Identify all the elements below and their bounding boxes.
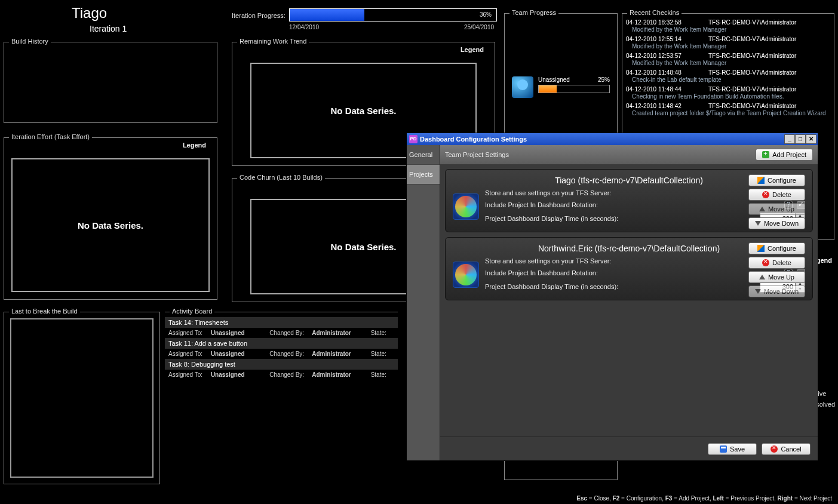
panel-activity-board: Activity Board Task 14: TimesheetsAssign… <box>165 312 398 484</box>
panel-title: Activity Board <box>170 308 214 315</box>
maximize-button[interactable]: □ <box>795 134 806 144</box>
arrow-up-icon <box>759 207 765 211</box>
activity-item-detail: Assigned To:UnassignedChanged By:Adminis… <box>165 370 398 380</box>
delete-button[interactable]: Delete <box>748 257 805 269</box>
checkin-message: Modified by the Work Item Manager <box>626 42 831 52</box>
button-label: Add Project <box>772 151 806 158</box>
setting-label: Store and use settings on your TFS Serve… <box>485 257 779 265</box>
checkin-message: Checking in new Team Foundation Build Au… <box>626 93 831 102</box>
minimize-button[interactable]: _ <box>784 134 795 144</box>
activity-item-title[interactable]: Task 8: Debugging test <box>165 359 398 370</box>
panel-title: Team Progress <box>509 9 558 16</box>
checkin-row[interactable]: 04-12-2010 18:32:58TFS-RC-DEMO-V7\Admini… <box>626 19 831 26</box>
iteration-name: Iteration 1 <box>90 24 127 33</box>
panel-iteration-effort: Iteration Effort (Task Effort) Legend No… <box>4 137 217 300</box>
footer-hints: Esc = Close, F2 = Configuration, F3 = Ad… <box>576 495 832 502</box>
dialog-tabs: General Projects <box>407 145 440 460</box>
arrow-up-icon <box>759 275 765 279</box>
pencil-icon <box>757 177 765 184</box>
iteration-start-date: 12/04/2010 <box>289 24 319 30</box>
project-icon <box>453 262 479 288</box>
checkin-message: Check-in the Lab default template <box>626 76 831 85</box>
project-card: Northwind.Eric (tfs-rc-demo-v7\DefaultCo… <box>445 237 813 300</box>
setting-label: Include Project In Dashboard Rotation: <box>485 201 779 208</box>
panel-title: Recent Checkins <box>627 9 682 16</box>
activity-item-title[interactable]: Task 11: Add a save button <box>165 338 398 349</box>
tab-projects[interactable]: Projects <box>407 165 440 185</box>
subheader-title: Team Project Settings <box>445 151 509 158</box>
app-icon: PD <box>409 135 418 143</box>
plus-icon <box>762 151 769 158</box>
activity-item-detail: Assigned To:UnassignedChanged By:Adminis… <box>165 349 398 359</box>
checkin-row[interactable]: 04-12-2010 12:55:14TFS-RC-DEMO-V7\Admini… <box>626 35 831 42</box>
panel-title: Build History <box>9 38 51 45</box>
team-member-row: Unassigned 25% <box>512 76 610 98</box>
team-progress-bar <box>538 85 610 93</box>
configure-button[interactable]: Configure <box>748 242 805 254</box>
panel-build-history: Build History <box>4 42 217 123</box>
last-break-box <box>10 318 154 478</box>
activity-item-title[interactable]: Task 14: Timesheets <box>165 317 398 328</box>
checkin-message: Modified by the Work Item Manager <box>626 26 831 35</box>
checkin-row[interactable]: 04-12-2010 12:53:57TFS-RC-DEMO-V7\Admini… <box>626 52 831 59</box>
iteration-end-date: 25/04/2010 <box>464 24 494 30</box>
chart-iteration-effort: No Data Series. <box>11 158 210 292</box>
setting-label: Store and use settings on your TFS Serve… <box>485 189 779 196</box>
dialog-title: Dashboard Configuration Settings <box>420 136 527 143</box>
setting-label: Project Dashboard Display Time (in secon… <box>485 215 755 222</box>
setting-label: Project Dashboard Display Time (in secon… <box>485 283 755 290</box>
legend-item: tive <box>816 388 835 399</box>
project-icon <box>453 193 479 220</box>
checkin-message: Modified by the Work Item Manager <box>626 59 831 69</box>
dashboard-config-dialog: PD Dashboard Configuration Settings _ □ … <box>406 133 818 461</box>
cancel-icon <box>771 445 778 453</box>
team-member-name: Unassigned <box>538 76 570 83</box>
legend-item: solved <box>816 399 835 410</box>
project-card: Tiago (tfs-rc-demo-v7\DefaultCollection)… <box>445 169 813 232</box>
iteration-progress-pct: 36% <box>480 11 492 18</box>
move-down-button[interactable]: Move Down <box>748 217 805 229</box>
delete-button[interactable]: Delete <box>748 189 805 201</box>
panel-title: Last to Break the Build <box>9 308 80 315</box>
panel-title: Remaining Work Trend <box>237 38 309 45</box>
button-label: Save <box>730 445 745 453</box>
activity-item-detail: Assigned To:UnassignedChanged By:Adminis… <box>165 328 398 338</box>
avatar-icon <box>512 76 533 98</box>
legend-label: Legend <box>183 142 206 149</box>
add-project-button[interactable]: Add Project <box>756 149 813 161</box>
configure-button[interactable]: Configure <box>748 174 805 186</box>
checkin-row[interactable]: 04-12-2010 11:48:42TFS-RC-DEMO-V7\Admini… <box>626 102 831 109</box>
save-button[interactable]: Save <box>708 443 757 455</box>
team-member-pct: 25% <box>598 76 610 83</box>
checkin-message: Created team project folder $/Tiago via … <box>626 109 831 119</box>
checkin-row[interactable]: 04-12-2010 11:48:44TFS-RC-DEMO-V7\Admini… <box>626 85 831 93</box>
button-label: Cancel <box>781 445 801 453</box>
setting-label: Include Project In Dashboard Rotation: <box>485 269 779 276</box>
delete-icon <box>762 191 769 198</box>
save-icon <box>720 445 727 453</box>
project-name: Tiago <box>72 5 107 21</box>
checkin-row[interactable]: 04-12-2010 11:48:48TFS-RC-DEMO-V7\Admini… <box>626 69 831 76</box>
tab-general[interactable]: General <box>407 145 440 165</box>
close-button[interactable]: ✕ <box>806 134 816 144</box>
arrow-down-icon <box>755 221 761 226</box>
move-down-button: Move Down <box>748 285 805 297</box>
dialog-titlebar[interactable]: PD Dashboard Configuration Settings _ □ … <box>407 133 818 145</box>
arrow-down-icon <box>755 289 761 294</box>
iteration-progress-bar: 36% <box>289 8 497 21</box>
panel-title: Code Churn (Last 10 Builds) <box>237 174 325 181</box>
delete-icon <box>762 259 769 266</box>
iteration-progress-label: Iteration Progress: <box>232 12 286 19</box>
panel-title: Iteration Effort (Task Effort) <box>9 133 92 140</box>
pencil-icon <box>757 245 765 252</box>
move-up-button[interactable]: Move Up <box>748 271 805 283</box>
legend-label: Legend <box>461 46 484 53</box>
cancel-button[interactable]: Cancel <box>762 443 811 455</box>
panel-last-break-build: Last to Break the Build <box>4 312 160 484</box>
move-up-button: Move Up <box>748 203 805 215</box>
